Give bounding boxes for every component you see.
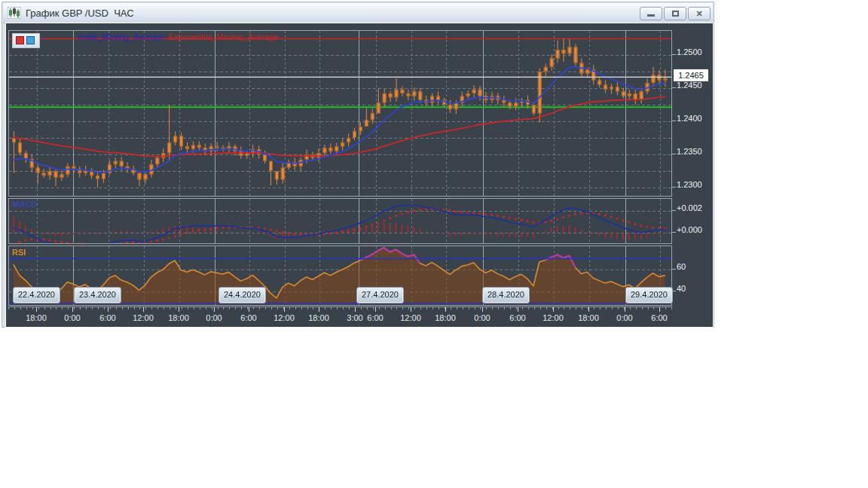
- time-axis-tick: [108, 307, 108, 312]
- legend-item-label: Exponential_Moving_Average: [169, 32, 279, 41]
- time-axis-tick: [214, 307, 215, 312]
- macd-axis-label: +0.002: [677, 203, 702, 212]
- time-axis-tick: [588, 307, 589, 312]
- time-axis-tick: [375, 307, 376, 312]
- date-marker[interactable]: 23.4.2020: [74, 287, 121, 303]
- time-axis-label: 18:00: [20, 313, 53, 322]
- close-icon: ✕: [695, 10, 702, 18]
- minimize-icon: [647, 14, 655, 17]
- time-axis-tick: [518, 307, 518, 312]
- time-axis-label: 18:00: [302, 313, 335, 322]
- time-axis-tick: [319, 307, 319, 312]
- price-axis-label: 1.2400: [677, 114, 702, 123]
- time-axis-label: 6:00: [501, 313, 534, 322]
- time-axis-tick: [625, 307, 625, 312]
- title-bar[interactable]: График GBP /USD ЧАС: [3, 3, 713, 23]
- date-marker[interactable]: 24.4.2020: [219, 287, 266, 303]
- time-axis-label: 0:00: [56, 313, 89, 322]
- red-indicator-swatch[interactable]: [16, 36, 24, 44]
- date-marker[interactable]: 22.4.2020: [13, 287, 60, 303]
- price-axis-label: 1.2300: [677, 180, 702, 189]
- restore-icon: [672, 11, 679, 17]
- time-axis-tick: [284, 307, 285, 312]
- window-title: График GBP /USD ЧАС: [26, 8, 134, 19]
- time-axis-tick: [179, 307, 179, 312]
- time-axis-tick: [249, 307, 249, 312]
- date-marker[interactable]: 27.4.2020: [356, 287, 404, 303]
- blue-indicator-swatch[interactable]: [26, 36, 35, 44]
- time-axis-tick: [36, 307, 37, 312]
- indicator-legend-box[interactable]: [12, 33, 40, 48]
- time-axis-label: 12:00: [536, 313, 570, 322]
- macd-pane-title: MACD: [12, 200, 37, 209]
- restore-button[interactable]: [664, 7, 686, 20]
- time-axis-label: 0:00: [197, 313, 231, 322]
- price-chart-canvas[interactable]: [9, 31, 671, 196]
- price-axis-label: 1.2450: [677, 81, 702, 90]
- time-axis-label: 12:00: [394, 313, 427, 322]
- legend-item-label: ential_Moving_Average: [78, 32, 164, 41]
- macd-pane: [8, 198, 672, 244]
- chart-window: График GBP /USD ЧАС ✕ 18:000:006:0012:00…: [2, 2, 714, 328]
- macd-axis-label: +0.000: [677, 225, 702, 234]
- indicator-legend-labels: ential_Moving_AverageExponential_Moving_…: [78, 32, 283, 41]
- time-axis-tick: [553, 307, 554, 312]
- price-axis-label: 1.2500: [677, 47, 702, 56]
- time-axis-label: 18:00: [162, 313, 195, 322]
- time-axis-tick: [445, 307, 446, 312]
- price-pane: [8, 30, 672, 197]
- time-axis-label: 18:00: [429, 313, 462, 322]
- current-price-badge: 1.2465: [674, 69, 708, 81]
- time-axis-label: 0:00: [608, 313, 641, 322]
- time-axis-label: 12:00: [267, 313, 301, 322]
- time-axis-label: 12:00: [127, 313, 160, 322]
- time-axis[interactable]: 18:000:006:0012:0018:000:006:0012:0018:0…: [8, 307, 672, 327]
- time-axis-label: 6:00: [643, 313, 676, 322]
- time-axis-label: 6:00: [359, 313, 392, 322]
- date-marker[interactable]: 28.4.2020: [482, 287, 530, 303]
- price-axis-tick: [672, 154, 676, 154]
- time-axis-tick: [482, 307, 483, 312]
- macd-chart-canvas[interactable]: [9, 199, 671, 243]
- rsi-pane-title: RSI: [12, 248, 26, 257]
- price-axis-tick: [672, 87, 676, 88]
- price-axis-label: 1.2350: [677, 147, 702, 156]
- macd-axis-tick: [672, 210, 676, 211]
- time-axis-tick: [411, 307, 411, 312]
- time-axis-tick: [355, 307, 356, 312]
- price-axis-tick: [672, 54, 676, 55]
- macd-axis-tick: [672, 232, 676, 233]
- time-axis-tick: [72, 307, 73, 312]
- time-axis-label: 0:00: [466, 313, 499, 322]
- time-axis-label: 6:00: [91, 313, 124, 322]
- rsi-axis-label: 40: [677, 284, 686, 293]
- close-button[interactable]: ✕: [688, 7, 711, 20]
- time-axis-label: 6:00: [232, 313, 265, 322]
- price-axis-tick: [672, 120, 676, 121]
- minimize-button[interactable]: [640, 7, 662, 20]
- rsi-axis-label: 60: [677, 262, 686, 271]
- candlestick-chart-icon: [8, 7, 21, 19]
- price-axis-tick: [672, 187, 676, 188]
- rsi-axis-tick: [672, 269, 676, 270]
- time-axis-tick: [659, 307, 660, 312]
- time-axis-tick: [143, 307, 144, 312]
- time-axis-label: 18:00: [572, 313, 605, 322]
- date-marker[interactable]: 29.4.2020: [625, 287, 673, 303]
